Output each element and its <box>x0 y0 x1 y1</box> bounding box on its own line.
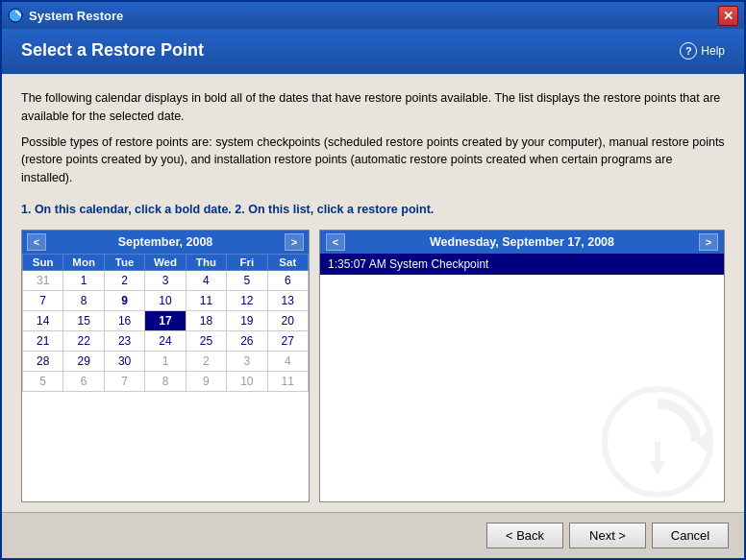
calendar-day[interactable]: 2 <box>104 270 144 290</box>
calendar-day[interactable]: 9 <box>186 371 226 391</box>
calendar-day[interactable]: 19 <box>227 310 267 330</box>
rp-next-button[interactable]: > <box>699 233 718 251</box>
help-icon: ? <box>680 42 697 60</box>
next-button[interactable]: Next > <box>569 523 646 548</box>
restore-date-label: Wednesday, September 17, 2008 <box>430 235 614 249</box>
calendar-day[interactable]: 23 <box>104 330 144 351</box>
calendar-day[interactable]: 31 <box>23 270 63 290</box>
calendar-grid: Sun Mon Tue Wed Thu Fri Sat 311234567891… <box>22 254 309 392</box>
calendar-day[interactable]: 9 <box>104 290 144 310</box>
rp-prev-button[interactable]: < <box>326 233 345 251</box>
restore-panel: < Wednesday, September 17, 2008 > 1:35:0… <box>319 230 725 502</box>
page-title: Select a Restore Point <box>21 40 204 61</box>
calendar-day[interactable]: 10 <box>145 290 186 310</box>
calendar-day[interactable]: 6 <box>267 270 308 290</box>
calendar-restore-row: < September, 2008 > Sun Mon Tue Wed Thu … <box>21 230 725 502</box>
cal-header-wed: Wed <box>145 254 186 270</box>
calendar-prev-button[interactable]: < <box>27 233 46 251</box>
calendar-day[interactable]: 27 <box>267 330 308 351</box>
calendar-day[interactable]: 5 <box>227 270 267 290</box>
calendar-day[interactable]: 2 <box>186 351 226 371</box>
cal-header-thu: Thu <box>186 254 226 270</box>
cal-header-tue: Tue <box>104 254 144 270</box>
calendar-day[interactable]: 20 <box>267 310 308 330</box>
calendar-day[interactable]: 11 <box>186 290 226 310</box>
calendar-day[interactable]: 15 <box>63 310 104 330</box>
calendar-day[interactable]: 30 <box>104 351 144 371</box>
calendar-day[interactable]: 11 <box>267 371 308 391</box>
calendar-day[interactable]: 8 <box>63 290 104 310</box>
calendar-day[interactable]: 5 <box>23 371 63 391</box>
cal-header-sat: Sat <box>267 254 308 270</box>
calendar-day[interactable]: 12 <box>227 290 267 310</box>
calendar-day[interactable]: 1 <box>145 351 186 371</box>
calendar-month-label: September, 2008 <box>118 235 213 249</box>
cal-header-sun: Sun <box>23 254 63 270</box>
restore-point-item[interactable]: 1:35:07 AM System Checkpoint <box>320 254 724 275</box>
calendar-day[interactable]: 17 <box>145 310 186 330</box>
calendar-day[interactable]: 21 <box>23 330 63 351</box>
calendar-day[interactable]: 28 <box>23 351 63 371</box>
calendar-day[interactable]: 10 <box>227 371 267 391</box>
restore-points-list: 1:35:07 AM System Checkpoint <box>320 254 724 501</box>
description-block: The following calendar displays in bold … <box>21 89 725 195</box>
calendar-day[interactable]: 13 <box>267 290 308 310</box>
calendar-day[interactable]: 8 <box>145 371 186 391</box>
cal-header-fri: Fri <box>227 254 267 270</box>
calendar-day[interactable]: 3 <box>145 270 186 290</box>
calendar-next-button[interactable]: > <box>285 233 304 251</box>
calendar-day[interactable]: 7 <box>23 290 63 310</box>
calendar-day[interactable]: 4 <box>186 270 226 290</box>
desc-para1: The following calendar displays in bold … <box>21 89 725 126</box>
titlebar: System Restore ✕ <box>2 2 744 29</box>
calendar-day[interactable]: 25 <box>186 330 226 351</box>
system-restore-window: System Restore ✕ Select a Restore Point … <box>0 0 746 560</box>
desc-para2: Possible types of restore points are: sy… <box>21 134 725 187</box>
cancel-button-label: Cancel <box>671 528 709 543</box>
calendar-day[interactable]: 18 <box>186 310 226 330</box>
calendar-day[interactable]: 29 <box>63 351 104 371</box>
header-bar: Select a Restore Point ? Help <box>2 29 744 74</box>
help-label: Help <box>701 44 725 58</box>
calendar-day[interactable]: 1 <box>63 270 104 290</box>
restore-panel-header: < Wednesday, September 17, 2008 > <box>320 231 724 254</box>
next-button-label: Next > <box>589 528 626 543</box>
close-button[interactable]: ✕ <box>718 6 738 26</box>
calendar-day[interactable]: 16 <box>104 310 144 330</box>
calendar-day[interactable]: 3 <box>227 351 267 371</box>
calendar-day[interactable]: 24 <box>145 330 186 351</box>
calendar-day[interactable]: 6 <box>63 371 104 391</box>
titlebar-icon <box>8 8 23 23</box>
content-area: The following calendar displays in bold … <box>2 74 744 512</box>
cal-header-mon: Mon <box>63 254 104 270</box>
help-link[interactable]: ? Help <box>680 42 725 60</box>
calendar-day[interactable]: 26 <box>227 330 267 351</box>
calendar-header: < September, 2008 > <box>22 231 309 254</box>
calendar-day[interactable]: 14 <box>23 310 63 330</box>
titlebar-title: System Restore <box>29 9 718 23</box>
calendar-day[interactable]: 22 <box>63 330 104 351</box>
bottom-bar: < Back Next > Cancel <box>2 512 744 558</box>
cancel-button[interactable]: Cancel <box>652 523 729 548</box>
back-button-label: < Back <box>506 528 544 543</box>
calendar: < September, 2008 > Sun Mon Tue Wed Thu … <box>21 230 310 502</box>
calendar-day[interactable]: 7 <box>104 371 144 391</box>
back-button[interactable]: < Back <box>486 523 563 548</box>
calendar-day[interactable]: 4 <box>267 351 308 371</box>
instructions-text: 1. On this calendar, click a bold date. … <box>21 203 725 216</box>
